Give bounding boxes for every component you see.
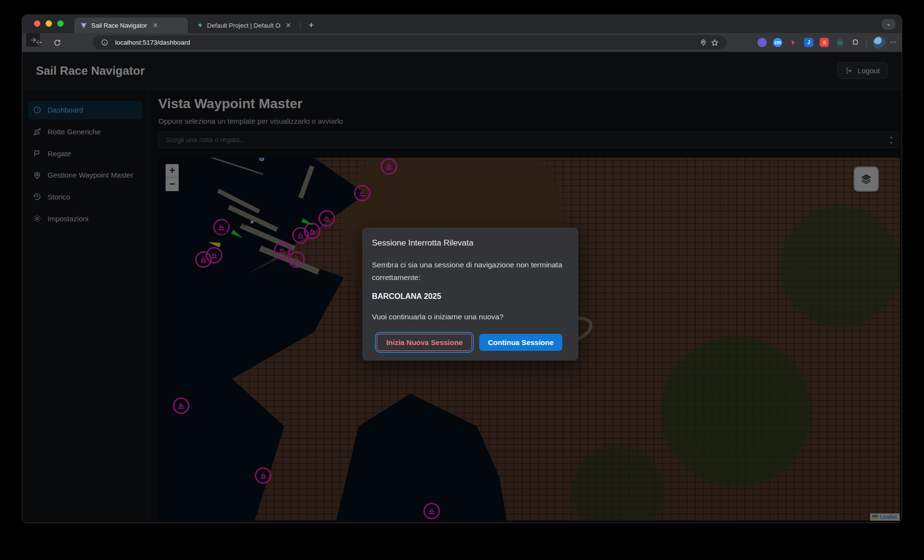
extensions-puzzle-icon[interactable] xyxy=(851,38,860,47)
bookmark-star-icon[interactable] xyxy=(709,39,721,47)
close-window-button[interactable] xyxy=(34,20,40,27)
extension-teal-icon[interactable] xyxy=(835,38,844,47)
dialog-body: Sembra ci sia una sessione di navigazion… xyxy=(372,259,569,283)
location-icon[interactable] xyxy=(697,39,709,46)
dialog-actions: Inizia Nuova Sessione Continua Sessione xyxy=(372,334,569,354)
toolbar-divider xyxy=(866,38,867,47)
tab-divider xyxy=(300,21,301,30)
forward-button[interactable] xyxy=(26,33,40,47)
vite-logo-icon xyxy=(80,22,87,29)
extension-purple-icon[interactable] xyxy=(757,38,767,47)
reload-icon xyxy=(53,39,61,47)
green-bolt-icon xyxy=(197,22,203,29)
extension-j-icon[interactable]: J xyxy=(804,38,813,47)
tab-strip: Sail Race Navigator ✕ Default Project | … xyxy=(22,15,902,33)
browser-menu-icon[interactable]: ⋮ xyxy=(892,39,895,46)
tab-close-icon[interactable]: ✕ xyxy=(285,21,292,30)
traffic-lights xyxy=(34,20,64,27)
browser-window: Sail Race Navigator ✕ Default Project | … xyxy=(22,15,902,523)
forward-arrow-icon xyxy=(29,36,37,44)
minimize-window-button[interactable] xyxy=(46,20,52,27)
tab-default-project[interactable]: Default Project | Default Orga ✕ xyxy=(191,17,297,33)
dialog-question: Vuoi continuarla o iniziarne una nuova? xyxy=(372,313,569,321)
continue-session-button[interactable]: Continua Sessione xyxy=(479,334,562,351)
reload-button[interactable] xyxy=(50,36,64,49)
tab-title: Sail Race Navigator xyxy=(91,22,147,29)
extension-play-icon[interactable] xyxy=(789,38,798,47)
extensions-row: zm J ⋮ xyxy=(757,35,895,49)
tab-sail-race-navigator[interactable]: Sail Race Navigator ✕ xyxy=(74,17,188,33)
app-root: Sail Race Navigator Logout Dashboard Rot… xyxy=(22,52,902,523)
profile-avatar[interactable] xyxy=(873,36,886,49)
extension-zoom-icon[interactable]: zm xyxy=(773,38,782,47)
tab-title: Default Project | Default Orga xyxy=(207,22,281,29)
tab-search-chevron-icon[interactable]: ⌄ xyxy=(882,19,895,30)
url-text[interactable]: localhost:5173/dashboard xyxy=(115,39,697,46)
session-name: BARCOLANA 2025 xyxy=(372,292,569,301)
tab-close-icon[interactable]: ✕ xyxy=(151,21,160,30)
new-session-button[interactable]: Inizia Nuova Sessione xyxy=(377,334,472,351)
url-bar[interactable]: localhost:5173/dashboard xyxy=(93,35,726,49)
site-info-icon[interactable] xyxy=(99,39,110,46)
extension-red-icon[interactable] xyxy=(820,38,829,47)
dialog-title: Sessione Interrotta Rilevata xyxy=(372,238,569,248)
fullscreen-window-button[interactable] xyxy=(57,20,64,27)
session-dialog: Sessione Interrotta Rilevata Sembra ci s… xyxy=(362,228,578,361)
browser-toolbar: localhost:5173/dashboard zm J xyxy=(22,33,902,52)
new-tab-button[interactable]: + xyxy=(305,19,318,32)
